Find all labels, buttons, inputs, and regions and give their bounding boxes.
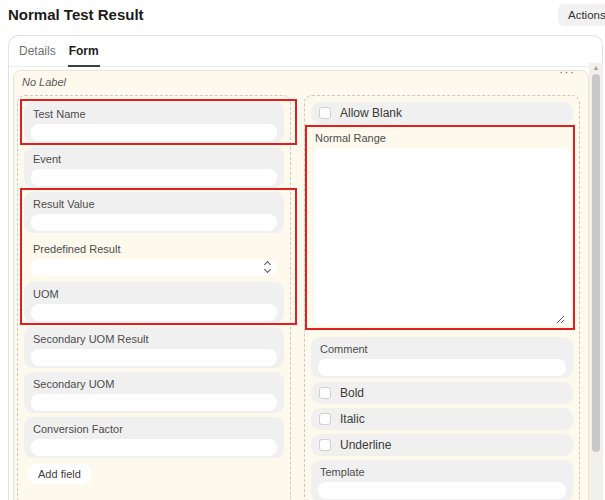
underline-row: Underline — [311, 434, 573, 456]
field-label: UOM — [33, 288, 277, 300]
comment-input[interactable] — [318, 359, 566, 376]
right-column: Allow Blank Normal Range Comment Bold It… — [304, 95, 580, 500]
tabbar: Details Form — [9, 36, 602, 67]
field-normal-range: Normal Range — [311, 129, 573, 327]
section-label: No Label — [22, 76, 66, 88]
chevron-updown-icon — [265, 262, 270, 272]
field-label: Secondary UOM Result — [33, 333, 277, 345]
field-conversion-factor: Conversion Factor — [24, 417, 284, 458]
field-label: Event — [33, 153, 277, 165]
bold-row: Bold — [311, 382, 573, 404]
field-result-value: Result Value — [24, 192, 284, 233]
italic-row: Italic — [311, 408, 573, 430]
underline-label: Underline — [340, 438, 391, 452]
left-column: Test Name Event Result Value Predefined … — [17, 95, 291, 500]
field-label: Predefined Result — [33, 243, 277, 255]
allow-blank-checkbox[interactable] — [319, 107, 331, 119]
uom-input[interactable] — [31, 304, 277, 321]
field-label: Secondary UOM — [33, 378, 277, 390]
field-predefined-result: Predefined Result — [24, 237, 284, 278]
normal-range-textarea[interactable] — [313, 148, 571, 325]
scrollbar-track[interactable]: ▲ — [589, 63, 603, 500]
result-value-input[interactable] — [31, 214, 277, 231]
field-secondary-uom: Secondary UOM — [24, 372, 284, 413]
actions-button[interactable]: Actions — [558, 4, 605, 26]
tab-details[interactable]: Details — [18, 36, 57, 67]
field-label: Test Name — [33, 108, 277, 120]
bold-checkbox[interactable] — [319, 387, 331, 399]
field-comment: Comment — [311, 337, 573, 378]
bold-label: Bold — [340, 386, 364, 400]
italic-checkbox[interactable] — [319, 413, 331, 425]
allow-blank-label: Allow Blank — [340, 106, 402, 120]
field-label: Comment — [320, 343, 566, 355]
field-secondary-uom-result: Secondary UOM Result — [24, 327, 284, 368]
italic-label: Italic — [340, 412, 365, 426]
resize-handle-icon[interactable] — [556, 310, 565, 319]
secondary-uom-result-input[interactable] — [31, 349, 277, 366]
field-test-name: Test Name — [24, 102, 284, 143]
tab-form[interactable]: Form — [68, 36, 100, 67]
field-label: Result Value — [33, 198, 277, 210]
underline-checkbox[interactable] — [319, 439, 331, 451]
field-label: Template — [320, 466, 566, 478]
field-label: Conversion Factor — [33, 423, 277, 435]
event-input[interactable] — [31, 169, 277, 186]
scrollbar-thumb[interactable] — [592, 74, 600, 452]
field-label: Normal Range — [315, 132, 571, 144]
add-field-button[interactable]: Add field — [28, 464, 91, 484]
field-template: Template — [311, 460, 573, 500]
test-name-input[interactable] — [31, 124, 277, 141]
field-event: Event — [24, 147, 284, 188]
secondary-uom-input[interactable] — [31, 394, 277, 411]
template-input[interactable] — [318, 482, 566, 499]
screen: Normal Test Result Actions Details Form … — [0, 0, 605, 500]
page-title: Normal Test Result — [8, 6, 144, 23]
scrollbar-up-icon[interactable]: ▲ — [589, 63, 603, 73]
field-uom: UOM — [24, 282, 284, 323]
ellipsis-menu-icon[interactable]: ··· — [554, 63, 580, 81]
allow-blank-row: Allow Blank — [311, 102, 573, 124]
predefined-result-select[interactable] — [31, 259, 277, 276]
conversion-factor-input[interactable] — [31, 439, 277, 456]
